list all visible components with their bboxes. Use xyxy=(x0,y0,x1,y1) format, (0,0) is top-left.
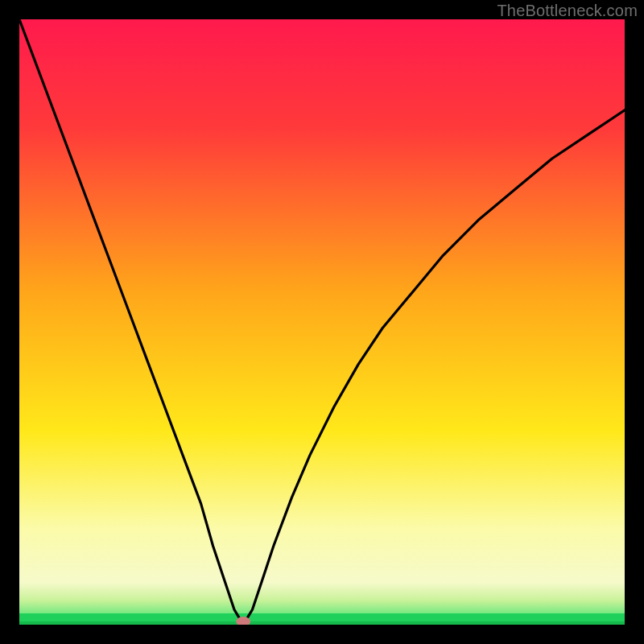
gradient-background xyxy=(19,19,625,625)
watermark-text: TheBottleneck.com xyxy=(497,2,638,20)
chart-svg xyxy=(19,19,625,625)
green-baseline-line xyxy=(19,621,625,625)
chart-frame xyxy=(19,19,625,625)
